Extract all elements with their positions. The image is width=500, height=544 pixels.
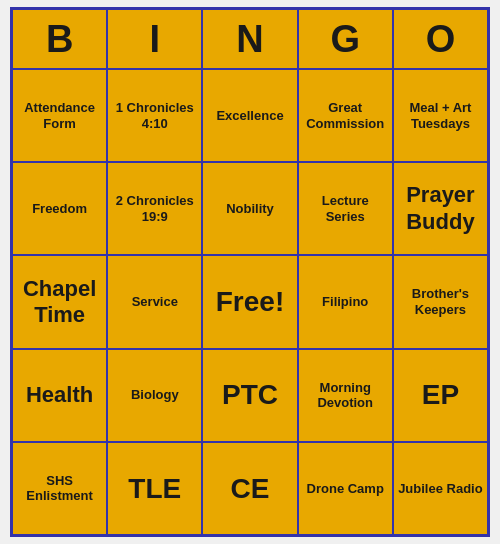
header-letter: I [107, 9, 202, 69]
bingo-cell: 1 Chronicles 4:10 [107, 69, 202, 162]
bingo-cell: Biology [107, 349, 202, 442]
bingo-header: BINGO [12, 9, 488, 69]
bingo-cell: Nobility [202, 162, 297, 255]
bingo-row: Freedom2 Chronicles 19:9NobilityLecture … [12, 162, 488, 255]
bingo-row: Chapel TimeServiceFree!FilipinoBrother's… [12, 255, 488, 348]
bingo-row: HealthBiologyPTCMorning DevotionEP [12, 349, 488, 442]
bingo-cell: PTC [202, 349, 297, 442]
bingo-row: Attendance Form1 Chronicles 4:10Excellen… [12, 69, 488, 162]
bingo-cell: Morning Devotion [298, 349, 393, 442]
bingo-cell: Lecture Series [298, 162, 393, 255]
bingo-cell: Drone Camp [298, 442, 393, 535]
bingo-cell: Health [12, 349, 107, 442]
bingo-cell: Great Commission [298, 69, 393, 162]
header-letter: N [202, 9, 297, 69]
bingo-cell: Filipino [298, 255, 393, 348]
bingo-grid: Attendance Form1 Chronicles 4:10Excellen… [12, 69, 488, 535]
bingo-cell: Chapel Time [12, 255, 107, 348]
bingo-cell: Excellence [202, 69, 297, 162]
bingo-cell: Prayer Buddy [393, 162, 488, 255]
bingo-cell: Attendance Form [12, 69, 107, 162]
bingo-row: SHS EnlistmentTLECEDrone CampJubilee Rad… [12, 442, 488, 535]
bingo-cell: Meal + Art Tuesdays [393, 69, 488, 162]
bingo-cell: Brother's Keepers [393, 255, 488, 348]
bingo-cell: Free! [202, 255, 297, 348]
bingo-cell: SHS Enlistment [12, 442, 107, 535]
bingo-cell: Jubilee Radio [393, 442, 488, 535]
bingo-cell: Service [107, 255, 202, 348]
header-letter: B [12, 9, 107, 69]
bingo-card: BINGO Attendance Form1 Chronicles 4:10Ex… [10, 7, 490, 537]
bingo-cell: Freedom [12, 162, 107, 255]
bingo-cell: TLE [107, 442, 202, 535]
bingo-cell: EP [393, 349, 488, 442]
bingo-cell: CE [202, 442, 297, 535]
header-letter: G [298, 9, 393, 69]
header-letter: O [393, 9, 488, 69]
bingo-cell: 2 Chronicles 19:9 [107, 162, 202, 255]
